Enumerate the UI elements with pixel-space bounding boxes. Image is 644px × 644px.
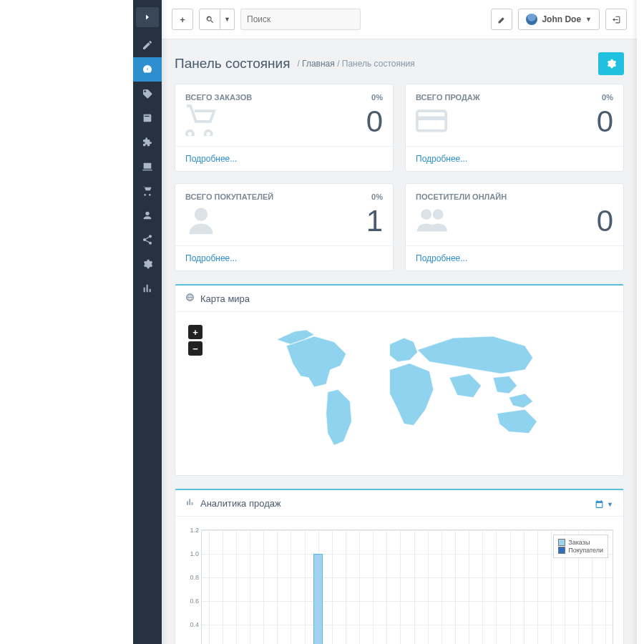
y-tick: 0.8 (186, 574, 199, 581)
stat-value: 0 (366, 104, 383, 139)
svg-point-4 (433, 209, 444, 220)
chart-icon (185, 497, 195, 509)
y-tick: 1.0 (186, 550, 199, 557)
date-range-button[interactable]: ▼ (595, 497, 613, 509)
world-map[interactable]: + − (185, 322, 613, 465)
settings-button[interactable] (598, 52, 624, 75)
svg-point-3 (421, 209, 431, 220)
map-zoom-out[interactable]: − (188, 341, 203, 356)
svg-rect-1 (417, 117, 446, 121)
sidebar-toggle[interactable] (136, 7, 159, 27)
y-tick: 0.4 (186, 621, 199, 628)
topbar: + ▼ John Doe ▼ (162, 0, 637, 39)
panel-title: Карта мира (200, 293, 250, 304)
search-input[interactable] (240, 9, 361, 30)
svg-rect-0 (417, 111, 446, 131)
panel-analytics: Аналитика продаж ▼ 0.00.20.40.60.81.01.2… (175, 489, 624, 644)
cart-icon (185, 104, 217, 139)
stat-pct: 0% (602, 93, 613, 102)
sidebar-item-system[interactable] (133, 252, 162, 276)
chevron-down-icon: ▼ (585, 16, 592, 23)
sidebar-item-marketing[interactable] (133, 228, 162, 252)
logout-button[interactable] (605, 9, 627, 30)
sidebar-item-extensions[interactable] (133, 130, 162, 155)
stat-card: ВСЕГО ЗАКАЗОВ0% 0 Подробнее... (175, 84, 394, 172)
avatar-icon (526, 14, 537, 25)
sidebar-item-design[interactable] (133, 155, 162, 179)
breadcrumb-current: Панель состояния (342, 59, 415, 69)
page-title: Панель состояния (175, 56, 290, 72)
legend-label: Покупатели (568, 547, 603, 554)
stat-label: ВСЕГО ПРОДАЖ (416, 93, 480, 102)
users-icon (416, 204, 447, 238)
sales-chart: 0.00.20.40.60.81.01.20102030405060708091… (201, 530, 613, 644)
user-menu-button[interactable]: John Doe ▼ (518, 9, 600, 30)
stat-value: 0 (597, 204, 613, 238)
stat-card: ВСЕГО ПОКУПАТЕЛЕЙ0% 1 Подробнее... (175, 183, 394, 271)
breadcrumb-home[interactable]: Главная (302, 59, 335, 69)
stat-pct: 0% (371, 93, 383, 102)
stat-label: ВСЕГО ЗАКАЗОВ (185, 93, 252, 102)
stat-value: 1 (366, 204, 383, 238)
add-button[interactable]: + (172, 9, 193, 30)
breadcrumb: / Главная / Панель состояния (297, 59, 414, 69)
stat-card: ПОСЕТИТЕЛИ ОНЛАЙН 0 Подробнее... (405, 183, 624, 271)
globe-icon (185, 293, 195, 304)
page-header: Панель состояния / Главная / Панель сост… (162, 39, 637, 84)
stat-label: ПОСЕТИТЕЛИ ОНЛАЙН (416, 192, 507, 201)
search-button[interactable] (199, 9, 220, 30)
stat-more-link[interactable]: Подробнее... (416, 154, 467, 164)
y-tick: 1.2 (186, 527, 199, 534)
map-zoom-in[interactable]: + (188, 325, 203, 339)
search-dropdown[interactable]: ▼ (220, 9, 235, 30)
sidebar-item-edit[interactable] (133, 33, 162, 57)
sidebar (133, 0, 162, 644)
user-name: John Doe (542, 14, 581, 24)
sidebar-item-customers[interactable] (133, 203, 162, 228)
sidebar-item-dashboard[interactable] (133, 57, 162, 82)
svg-point-2 (195, 208, 208, 221)
edit-mode-button[interactable] (491, 9, 512, 30)
panel-world-map: Карта мира + − (175, 284, 624, 476)
legend-label: Заказы (568, 539, 590, 546)
chart-legend: Заказы Покупатели (553, 535, 608, 558)
chart-bar (313, 554, 323, 644)
stat-card: ВСЕГО ПРОДАЖ0% 0 Подробнее... (405, 84, 624, 172)
stat-pct: 0% (371, 192, 383, 201)
stat-more-link[interactable]: Подробнее... (185, 154, 237, 164)
card-icon (416, 104, 447, 139)
sidebar-item-reports[interactable] (133, 276, 162, 301)
stat-value: 0 (597, 104, 613, 139)
panel-title: Аналитика продаж (200, 498, 281, 509)
stat-more-link[interactable]: Подробнее... (185, 253, 237, 263)
y-tick: 0.6 (186, 597, 199, 605)
sidebar-item-tags[interactable] (133, 82, 162, 106)
user-icon (185, 204, 217, 238)
stat-label: ВСЕГО ПОКУПАТЕЛЕЙ (185, 192, 273, 201)
sidebar-item-catalog[interactable] (133, 106, 162, 130)
calendar-icon (595, 499, 604, 509)
sidebar-item-sales[interactable] (133, 179, 162, 203)
stat-more-link[interactable]: Подробнее... (416, 253, 467, 263)
gear-icon (605, 58, 617, 69)
